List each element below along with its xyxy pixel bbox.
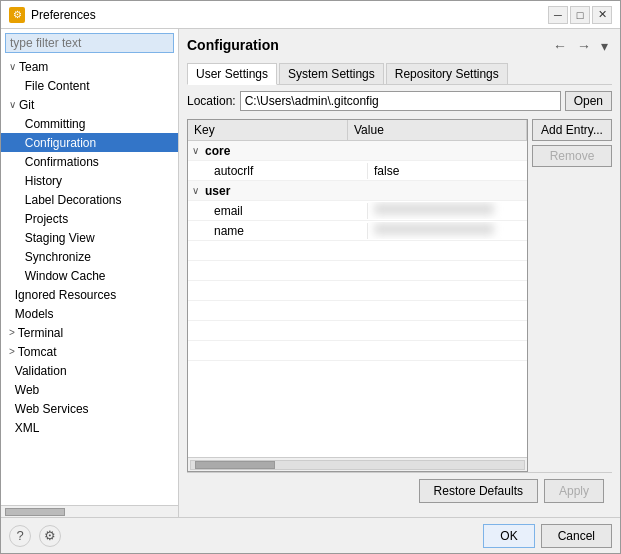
table-row[interactable]: email [188, 201, 527, 221]
sidebar-item-synchronize[interactable]: Synchronize [1, 247, 178, 266]
app-icon: ⚙ [9, 7, 25, 23]
help-icon-button[interactable]: ? [9, 525, 31, 547]
nav-dropdown-button[interactable]: ▾ [597, 37, 612, 55]
open-button[interactable]: Open [565, 91, 612, 111]
tree-toggle [9, 80, 12, 91]
sidebar-item-staging-view[interactable]: Staging View [1, 228, 178, 247]
cell-value-name [368, 222, 527, 239]
col-header-key: Key [188, 120, 348, 140]
sidebar-item-label-decorations[interactable]: Label Decorations [1, 190, 178, 209]
sidebar-item-window-cache[interactable]: Window Cache [1, 266, 178, 285]
sidebar-item-label: XML [15, 421, 40, 435]
right-panel: Configuration ← → ▾ User Settings System… [179, 29, 620, 517]
sidebar-item-committing[interactable]: Committing [1, 114, 178, 133]
maximize-button[interactable]: □ [570, 6, 590, 24]
location-row: Location: Open [187, 91, 612, 111]
close-button[interactable]: ✕ [592, 6, 612, 24]
tree-toggle [9, 384, 12, 395]
sidebar-item-git[interactable]: ∨ Git [1, 95, 178, 114]
tree-toggle-tomcat: > [9, 346, 15, 357]
tree-toggle-terminal: > [9, 327, 15, 338]
ok-button[interactable]: OK [483, 524, 534, 548]
sidebar-item-projects[interactable]: Projects [1, 209, 178, 228]
sidebar-item-team[interactable]: ∨ Team [1, 57, 178, 76]
table-header: Key Value [188, 120, 527, 141]
hscroll-thumb[interactable] [195, 461, 275, 469]
cell-key-email: email [208, 203, 368, 219]
config-table: Key Value ∨ core autocrlf false [187, 119, 528, 472]
panel-title: Configuration [187, 37, 279, 53]
sidebar-item-label: Models [15, 307, 54, 321]
sidebar-item-label: Ignored Resources [15, 288, 116, 302]
table-row[interactable]: autocrlf false [188, 161, 527, 181]
tree-toggle [9, 175, 12, 186]
remove-button[interactable]: Remove [532, 145, 612, 167]
titlebar-buttons: ─ □ ✕ [548, 6, 612, 24]
location-label: Location: [187, 94, 236, 108]
sidebar-item-label: History [15, 174, 62, 188]
blurred-email-value [374, 203, 494, 215]
table-row[interactable]: name [188, 221, 527, 241]
table-row-empty [188, 341, 527, 361]
sidebar-item-label: Projects [15, 212, 68, 226]
sidebar-item-web-services[interactable]: Web Services [1, 399, 178, 418]
sidebar-item-tomcat[interactable]: > Tomcat [1, 342, 178, 361]
sidebar-item-label: Terminal [18, 326, 63, 340]
sidebar-item-label: Confirmations [15, 155, 99, 169]
sidebar-item-ignored-resources[interactable]: Ignored Resources [1, 285, 178, 304]
tree-toggle [9, 137, 12, 148]
apply-button[interactable]: Apply [544, 479, 604, 503]
sidebar-item-label: Git [19, 98, 34, 112]
tree-toggle [9, 289, 12, 300]
table-body: ∨ core autocrlf false ∨ user [188, 141, 527, 457]
section-user[interactable]: ∨ user [188, 181, 527, 201]
table-side-buttons: Add Entry... Remove [532, 119, 612, 472]
sidebar-item-label: Committing [15, 117, 86, 131]
tree-toggle [9, 270, 12, 281]
titlebar: ⚙ Preferences ─ □ ✕ [1, 1, 620, 29]
sidebar-item-web[interactable]: Web [1, 380, 178, 399]
section-core[interactable]: ∨ core [188, 141, 527, 161]
footer-icons: ? ⚙ [9, 525, 61, 547]
cancel-button[interactable]: Cancel [541, 524, 612, 548]
tree-toggle [9, 251, 12, 262]
sidebar-item-label: Validation [15, 364, 67, 378]
sidebar-item-terminal[interactable]: > Terminal [1, 323, 178, 342]
sidebar-item-configuration[interactable]: Configuration [1, 133, 178, 152]
sidebar-scrollbar[interactable] [1, 505, 178, 517]
section-name-core: core [203, 144, 232, 158]
sidebar-item-file-content[interactable]: File Content [1, 76, 178, 95]
nav-back-button[interactable]: ← [549, 37, 571, 55]
tab-system-settings[interactable]: System Settings [279, 63, 384, 84]
tab-repository-settings[interactable]: Repository Settings [386, 63, 508, 84]
minimize-button[interactable]: ─ [548, 6, 568, 24]
section-toggle-user: ∨ [188, 185, 203, 196]
dialog-title: Preferences [31, 8, 542, 22]
tree-toggle [9, 232, 12, 243]
sidebar-item-xml[interactable]: XML [1, 418, 178, 437]
sidebar-item-history[interactable]: History [1, 171, 178, 190]
sidebar-item-label: Staging View [15, 231, 95, 245]
settings-icon-button[interactable]: ⚙ [39, 525, 61, 547]
hscroll-track[interactable] [190, 460, 525, 470]
nav-forward-button[interactable]: → [573, 37, 595, 55]
table-hscrollbar[interactable] [188, 457, 527, 471]
tree-toggle [9, 365, 12, 376]
tree-toggle-team: ∨ [9, 61, 16, 72]
sidebar-item-validation[interactable]: Validation [1, 361, 178, 380]
table-area: Key Value ∨ core autocrlf false [187, 119, 612, 472]
cell-key-name: name [208, 223, 368, 239]
table-row-empty [188, 301, 527, 321]
filter-input[interactable] [5, 33, 174, 53]
cell-value-autocrlf: false [368, 163, 527, 179]
sidebar-item-label: Web [15, 383, 39, 397]
sidebar-item-confirmations[interactable]: Confirmations [1, 152, 178, 171]
sidebar-item-label: Synchronize [15, 250, 91, 264]
sidebar-item-models[interactable]: Models [1, 304, 178, 323]
blurred-name-value [374, 223, 494, 235]
tab-user-settings[interactable]: User Settings [187, 63, 277, 85]
sidebar-item-label: Window Cache [15, 269, 106, 283]
restore-defaults-button[interactable]: Restore Defaults [419, 479, 538, 503]
location-input[interactable] [240, 91, 561, 111]
add-entry-button[interactable]: Add Entry... [532, 119, 612, 141]
